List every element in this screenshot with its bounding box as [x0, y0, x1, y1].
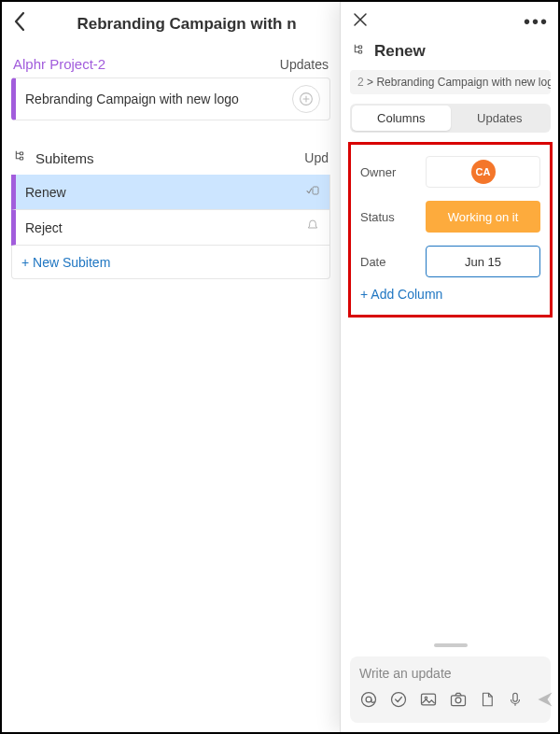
- svg-rect-3: [313, 187, 318, 194]
- breadcrumb-separator: >: [367, 76, 376, 89]
- status-value[interactable]: Working on it: [426, 201, 540, 233]
- compose-toolbar: [359, 690, 541, 713]
- svg-point-8: [392, 693, 406, 707]
- svg-point-7: [366, 697, 371, 702]
- date-text: Jun 15: [465, 255, 501, 269]
- owner-value[interactable]: CA: [426, 156, 540, 188]
- mic-icon[interactable]: [507, 690, 524, 713]
- subitems-label: Subitems: [35, 150, 94, 166]
- svg-rect-1: [20, 152, 22, 155]
- owner-row: Owner CA: [360, 156, 540, 188]
- add-column-label: + Add Column: [360, 287, 442, 302]
- right-header: •••: [341, 2, 560, 38]
- task-row[interactable]: Rebranding Campaign with new logo: [11, 78, 330, 120]
- svg-point-12: [455, 698, 461, 703]
- right-panel: ••• Renew 2 > Rebranding Campaign with n…: [340, 2, 560, 732]
- group-header[interactable]: Alphr Project-2 Updates: [2, 47, 340, 78]
- compose-box[interactable]: Write an update: [350, 656, 551, 723]
- date-row: Date Jun 15: [360, 246, 540, 277]
- compose-input[interactable]: Write an update: [359, 666, 541, 681]
- bottom-bar: Write an update: [341, 633, 560, 732]
- subitem-tree-icon: [352, 42, 367, 61]
- camera-icon[interactable]: [449, 690, 468, 713]
- owner-label: Owner: [360, 165, 426, 179]
- date-value[interactable]: Jun 15: [426, 246, 540, 277]
- image-icon[interactable]: [419, 690, 438, 713]
- new-subitem-label: + New Subitem: [21, 255, 110, 270]
- item-title: Renew: [374, 42, 426, 61]
- tab-updates-label: Updates: [477, 111, 522, 125]
- task-name: Rebranding Campaign with new logo: [25, 92, 239, 106]
- subitems-updates-header: Upd: [304, 150, 329, 165]
- subitems-tree-icon: [13, 148, 28, 167]
- add-column-button[interactable]: + Add Column: [360, 287, 540, 302]
- tab-updates[interactable]: Updates: [451, 106, 550, 131]
- tabs: Columns Updates: [350, 104, 551, 133]
- date-label: Date: [360, 255, 426, 269]
- tab-columns-label: Columns: [377, 111, 425, 125]
- svg-rect-5: [358, 50, 361, 53]
- group-name: Alphr Project-2: [13, 56, 105, 72]
- svg-point-6: [362, 693, 376, 707]
- svg-rect-2: [20, 157, 22, 160]
- updates-column-header: Updates: [280, 57, 329, 72]
- new-subitem-button[interactable]: + New Subitem: [11, 246, 330, 279]
- left-header: Rebranding Campaign with n: [2, 11, 340, 47]
- breadcrumb[interactable]: 2 > Rebranding Campaign with new logo: [350, 70, 551, 94]
- drag-handle-icon[interactable]: [434, 643, 468, 647]
- page-title: Rebranding Campaign with n: [26, 15, 329, 34]
- subitems-header: Subitems Upd: [2, 120, 340, 175]
- mention-icon[interactable]: [359, 690, 378, 713]
- subitem-name: Renew: [25, 185, 66, 200]
- tab-columns[interactable]: Columns: [352, 106, 451, 131]
- checklist-icon[interactable]: [389, 690, 408, 713]
- more-options-icon[interactable]: •••: [524, 11, 549, 33]
- back-chevron-icon[interactable]: [13, 11, 26, 37]
- left-panel: Rebranding Campaign with n Alphr Project…: [2, 2, 340, 732]
- breadcrumb-parent: Rebranding Campaign with new logo: [376, 76, 551, 89]
- subitem-action-icon[interactable]: [305, 183, 320, 202]
- svg-rect-13: [513, 693, 518, 701]
- columns-box: Owner CA Status Working on it Date Jun 1…: [348, 142, 553, 318]
- status-text: Working on it: [448, 210, 519, 224]
- subitem-name: Reject: [25, 220, 63, 235]
- status-label: Status: [360, 210, 426, 224]
- subitem-row[interactable]: Renew: [11, 175, 330, 210]
- send-icon[interactable]: [535, 690, 555, 713]
- breadcrumb-index: 2: [357, 76, 364, 89]
- svg-rect-4: [358, 46, 361, 49]
- svg-rect-9: [422, 694, 436, 705]
- close-icon[interactable]: [352, 11, 369, 33]
- add-update-icon[interactable]: [292, 85, 320, 113]
- status-row: Status Working on it: [360, 201, 540, 233]
- owner-avatar: CA: [471, 160, 496, 184]
- subitem-notify-icon[interactable]: [305, 219, 320, 237]
- file-icon[interactable]: [479, 690, 496, 713]
- right-title-row: Renew: [341, 38, 560, 70]
- subitem-row[interactable]: Reject: [11, 210, 330, 246]
